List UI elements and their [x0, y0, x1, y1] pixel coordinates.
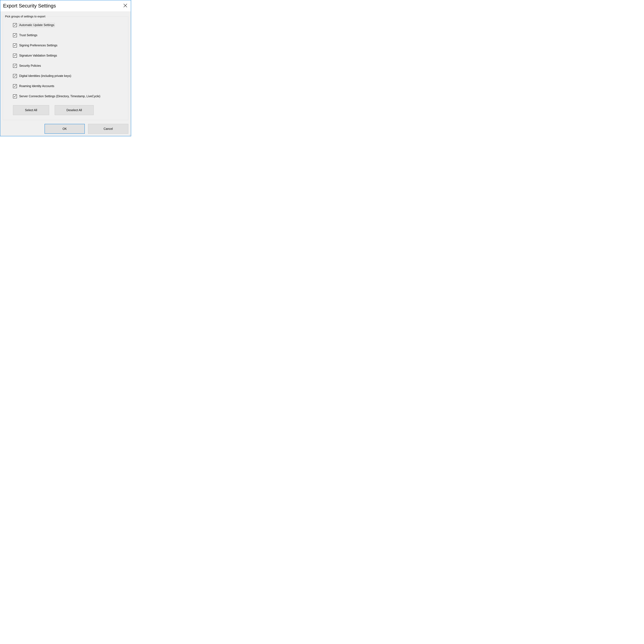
- checkmark-icon: [14, 95, 16, 98]
- option-label[interactable]: Trust Settings: [19, 33, 38, 37]
- cancel-button[interactable]: Cancel: [88, 124, 128, 134]
- checkmark-icon: [14, 44, 16, 47]
- checkmark-icon: [14, 23, 16, 27]
- option-row: Automatic Update Settings: [13, 23, 123, 27]
- option-row: Signature Validation Settings: [13, 54, 123, 58]
- checkmark-icon: [14, 54, 16, 57]
- checkmark-icon: [14, 64, 16, 67]
- option-label[interactable]: Roaming Identity Accounts: [19, 84, 55, 88]
- select-all-button[interactable]: Select All: [13, 105, 49, 115]
- checkmark-icon: [14, 34, 16, 37]
- option-label[interactable]: Security Policies: [19, 64, 41, 68]
- settings-groupbox: Pick groups of settings to export Automa…: [3, 16, 128, 120]
- checkbox[interactable]: [13, 94, 17, 98]
- checkbox[interactable]: [13, 84, 17, 88]
- option-label[interactable]: Signature Validation Settings: [19, 54, 58, 58]
- svg-point-2: [130, 135, 130, 135]
- close-icon: [123, 3, 127, 8]
- option-row: Signing Preferences Settings: [13, 43, 123, 47]
- groupbox-legend: Pick groups of settings to export: [4, 15, 46, 18]
- window-title: Export Security Settings: [3, 3, 56, 9]
- select-buttons-row: Select All Deselect All: [13, 105, 123, 115]
- export-security-settings-dialog: Export Security Settings Pick groups of …: [0, 0, 131, 136]
- checkbox[interactable]: [13, 44, 17, 47]
- resize-grip-icon[interactable]: [129, 134, 130, 135]
- dialog-content: Pick groups of settings to export Automa…: [0, 11, 131, 136]
- checkbox[interactable]: [13, 74, 17, 78]
- option-row: Digital Identities (including private ke…: [13, 74, 123, 78]
- checkbox[interactable]: [13, 64, 17, 68]
- titlebar: Export Security Settings: [0, 0, 131, 11]
- checkbox[interactable]: [13, 54, 17, 58]
- checkbox[interactable]: [13, 23, 17, 27]
- close-button[interactable]: [122, 3, 128, 9]
- option-label[interactable]: Digital Identities (including private ke…: [19, 74, 72, 78]
- option-row: Roaming Identity Accounts: [13, 84, 123, 88]
- checkbox[interactable]: [13, 33, 17, 37]
- option-label[interactable]: Signing Preferences Settings: [19, 43, 58, 47]
- deselect-all-button[interactable]: Deselect All: [55, 105, 94, 115]
- ok-button[interactable]: OK: [45, 124, 85, 134]
- checkmark-icon: [14, 74, 16, 78]
- options-list: Automatic Update SettingsTrust SettingsS…: [13, 23, 123, 98]
- option-row: Trust Settings: [13, 33, 123, 37]
- option-label[interactable]: Automatic Update Settings: [19, 23, 55, 27]
- checkmark-icon: [14, 84, 16, 88]
- option-row: Server Connection Settings (Directory, T…: [13, 94, 123, 98]
- option-row: Security Policies: [13, 64, 123, 68]
- dialog-button-row: OK Cancel: [3, 124, 128, 134]
- option-label[interactable]: Server Connection Settings (Directory, T…: [19, 94, 101, 98]
